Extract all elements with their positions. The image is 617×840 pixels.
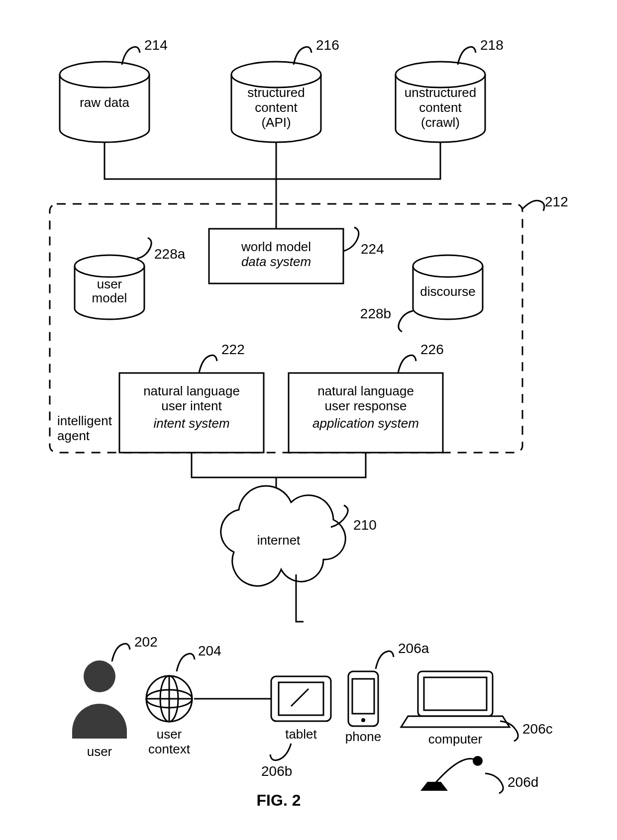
ref-226: 226 bbox=[420, 342, 444, 357]
db-discourse: discourse bbox=[413, 255, 483, 319]
db-structured-l1: structured bbox=[247, 85, 305, 100]
cloud-label: internet bbox=[257, 533, 301, 548]
ref-228a: 228a bbox=[154, 246, 186, 262]
computer-label: computer bbox=[428, 732, 483, 747]
svg-point-3 bbox=[75, 255, 144, 277]
leader-206b bbox=[270, 744, 291, 760]
svg-point-0 bbox=[60, 62, 149, 88]
conn-response-down bbox=[276, 453, 366, 477]
svg-point-4 bbox=[413, 255, 483, 277]
world-model-title: world model bbox=[241, 239, 311, 254]
globe-icon bbox=[146, 676, 192, 722]
ref-206d: 206d bbox=[508, 774, 538, 790]
leader-222 bbox=[199, 355, 217, 373]
leader-202 bbox=[112, 644, 130, 661]
user-label: user bbox=[87, 744, 112, 759]
response-l2: user response bbox=[325, 398, 407, 413]
world-model-subtitle: data system bbox=[241, 254, 311, 269]
user-icon bbox=[72, 660, 127, 739]
leader-212 bbox=[522, 200, 544, 211]
db-user-model: user model bbox=[75, 255, 144, 319]
user-model-l2: model bbox=[92, 290, 127, 305]
db-unstructured-l3: (crawl) bbox=[421, 115, 460, 130]
agent-label-l2: agent bbox=[57, 428, 90, 443]
ref-216: 216 bbox=[316, 37, 339, 53]
ref-212: 212 bbox=[545, 194, 568, 209]
svg-point-2 bbox=[396, 62, 485, 88]
ref-210: 210 bbox=[353, 517, 377, 533]
svg-point-19 bbox=[473, 756, 483, 766]
ref-218: 218 bbox=[480, 37, 504, 53]
internet-cloud: internet bbox=[221, 486, 345, 586]
leader-224 bbox=[343, 227, 359, 251]
leader-206a bbox=[376, 651, 394, 669]
conn-intent-down bbox=[192, 453, 276, 477]
svg-point-5 bbox=[84, 660, 115, 692]
ref-228b: 228b bbox=[360, 306, 391, 321]
response-l1: natural language bbox=[317, 383, 414, 398]
microphone-icon bbox=[420, 756, 483, 791]
db-raw-data-label: raw data bbox=[80, 95, 129, 110]
leader-218 bbox=[458, 47, 476, 65]
leader-216 bbox=[294, 47, 311, 65]
leader-228a bbox=[137, 238, 151, 259]
response-subtitle: application system bbox=[312, 416, 419, 431]
context-l2: context bbox=[148, 742, 191, 756]
svg-point-16 bbox=[361, 718, 365, 722]
leader-214 bbox=[122, 47, 140, 65]
ref-206b: 206b bbox=[261, 763, 292, 779]
tablet-label: tablet bbox=[285, 727, 317, 742]
leader-206d bbox=[485, 773, 503, 793]
db-structured: structured content (API) bbox=[231, 62, 321, 142]
intent-l1: natural language bbox=[143, 383, 240, 398]
db-raw-data: raw data bbox=[60, 62, 149, 142]
db-unstructured: unstructured content (crawl) bbox=[396, 62, 485, 142]
figure-label: FIG. 2 bbox=[257, 791, 301, 809]
conn-raw-to-world bbox=[104, 142, 276, 179]
leader-226 bbox=[398, 355, 416, 373]
db-unstructured-l2: content bbox=[419, 100, 462, 115]
leader-204 bbox=[177, 653, 195, 671]
ref-222: 222 bbox=[221, 342, 245, 357]
discourse-label: discourse bbox=[420, 284, 475, 299]
tablet-icon bbox=[271, 676, 331, 721]
user-model-l1: user bbox=[97, 277, 122, 291]
ref-204: 204 bbox=[198, 643, 221, 658]
ref-214: 214 bbox=[144, 37, 168, 53]
phone-label: phone bbox=[345, 729, 381, 744]
db-unstructured-l1: unstructured bbox=[405, 85, 477, 100]
conn-unstructured-to-world bbox=[276, 142, 440, 179]
computer-icon bbox=[401, 671, 510, 727]
context-l1: user bbox=[157, 727, 182, 742]
ref-206c: 206c bbox=[522, 721, 553, 737]
ref-224: 224 bbox=[361, 241, 384, 257]
agent-label-l1: intelligent bbox=[57, 413, 112, 428]
phone-icon bbox=[348, 671, 378, 726]
ref-206a: 206a bbox=[398, 641, 429, 656]
ref-202: 202 bbox=[134, 634, 158, 650]
db-structured-l2: content bbox=[255, 100, 298, 115]
intent-subtitle: intent system bbox=[153, 416, 229, 431]
leader-228b bbox=[399, 311, 413, 332]
db-structured-l3: (API) bbox=[261, 115, 291, 130]
svg-point-1 bbox=[231, 62, 321, 88]
intent-l2: user intent bbox=[161, 398, 222, 413]
